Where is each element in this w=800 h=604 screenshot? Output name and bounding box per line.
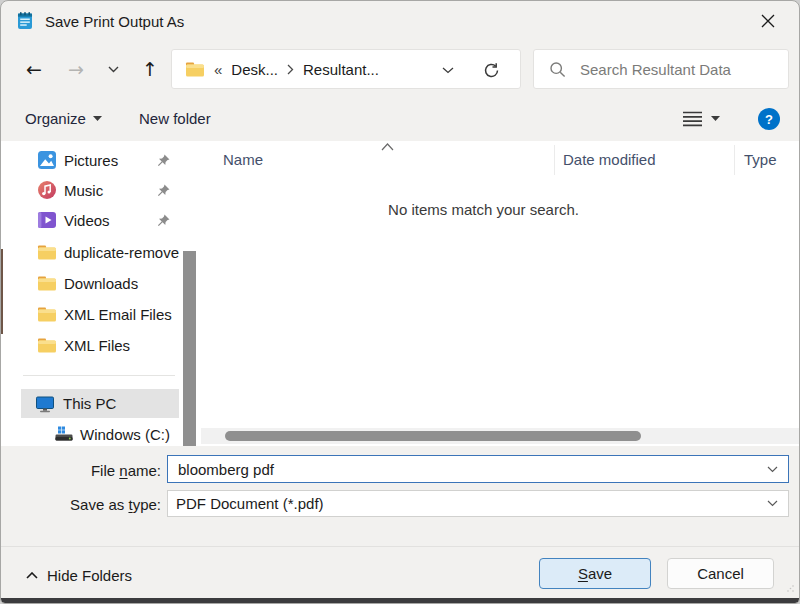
- search-icon: [549, 61, 566, 78]
- refresh-icon: [483, 62, 500, 79]
- hide-folders-button[interactable]: Hide Folders: [26, 567, 132, 584]
- caret-down-icon: [711, 116, 720, 121]
- main-area: Pictures Music: [1, 141, 800, 446]
- organize-label: Organize: [25, 110, 86, 127]
- pin-icon: [157, 214, 170, 227]
- sidebar-vertical-scrollbar[interactable]: [183, 251, 196, 446]
- close-icon: [761, 14, 775, 28]
- sidebar-item-label: Pictures: [64, 152, 118, 169]
- breadcrumb-collapse-indicator[interactable]: «: [214, 61, 222, 78]
- list-view-icon: [683, 111, 702, 127]
- cancel-label: Cancel: [697, 565, 744, 582]
- new-folder-label: New folder: [139, 110, 211, 127]
- music-icon: [37, 180, 57, 200]
- sidebar-item-xml-email-files[interactable]: XML Email Files: [1, 299, 181, 329]
- chevron-up-icon: [26, 572, 38, 579]
- pictures-icon: [37, 150, 57, 170]
- navigation-bar: ← → ↑ « Desk... Re: [1, 41, 799, 97]
- sidebar-item-this-pc[interactable]: This PC: [21, 389, 179, 418]
- sidebar-item-pictures[interactable]: Pictures: [1, 145, 181, 175]
- sidebar-item-label: XML Email Files: [64, 306, 172, 323]
- hide-folders-label: Hide Folders: [47, 567, 132, 584]
- column-header-name[interactable]: Name: [223, 151, 263, 168]
- save-button[interactable]: Save: [539, 558, 651, 589]
- close-button[interactable]: [749, 5, 787, 37]
- file-list-header: Name Date modified Type: [201, 141, 800, 179]
- save-as-type-value: PDF Document (*.pdf): [176, 495, 324, 512]
- drive-icon: [55, 426, 73, 442]
- column-separator[interactable]: [554, 145, 555, 175]
- address-bar[interactable]: « Desk... Resultant...: [171, 49, 521, 89]
- file-name-label: File name:: [1, 462, 161, 479]
- file-name-input[interactable]: [176, 460, 767, 479]
- caret-down-icon: [93, 116, 102, 121]
- window-bottom-edge: [1, 598, 799, 603]
- help-button[interactable]: ?: [758, 108, 780, 130]
- back-button[interactable]: ←: [17, 53, 51, 85]
- this-pc-icon: [35, 395, 55, 413]
- pin-icon: [157, 154, 170, 167]
- footer-bar: Hide Folders Save Cancel: [1, 546, 799, 600]
- search-box: [533, 49, 789, 89]
- change-view-button[interactable]: [683, 97, 720, 140]
- background-window-artifact: [1, 249, 3, 334]
- folder-icon: [37, 275, 57, 292]
- cancel-button[interactable]: Cancel: [667, 558, 774, 589]
- window-title: Save Print Output As: [45, 13, 184, 30]
- file-list-horizontal-scrollbar[interactable]: [201, 428, 800, 444]
- sidebar-item-windows-c[interactable]: Windows (C:): [1, 421, 181, 447]
- chevron-down-icon: [767, 500, 778, 507]
- back-arrow-icon: ←: [26, 60, 42, 79]
- empty-list-message: No items match your search.: [201, 201, 766, 218]
- up-arrow-icon: ↑: [142, 60, 158, 79]
- save-dialog-window: Save Print Output As ← → ↑: [0, 0, 800, 604]
- file-name-combobox: [167, 455, 789, 483]
- folder-icon: [37, 306, 57, 323]
- chevron-down-icon: [108, 66, 119, 73]
- chevron-down-icon: [442, 67, 454, 74]
- videos-icon: [37, 210, 57, 230]
- save-as-type-dropdown[interactable]: PDF Document (*.pdf): [167, 490, 789, 517]
- save-as-type-label: Save as type:: [1, 496, 161, 513]
- notepad-app-icon: [15, 11, 35, 31]
- forward-arrow-icon: →: [68, 60, 84, 79]
- column-separator[interactable]: [734, 145, 735, 175]
- sidebar-item-downloads[interactable]: Downloads: [1, 268, 181, 298]
- up-button[interactable]: ↑: [133, 53, 167, 85]
- folder-icon: [37, 337, 57, 354]
- refresh-button[interactable]: [476, 55, 506, 85]
- scrollbar-thumb[interactable]: [225, 431, 641, 441]
- sidebar-item-label: Windows (C:): [80, 426, 170, 443]
- sidebar-item-duplicate-remove[interactable]: duplicate-remove: [1, 237, 181, 267]
- search-input[interactable]: [578, 60, 772, 79]
- title-bar: Save Print Output As: [1, 1, 799, 41]
- new-folder-button[interactable]: New folder: [139, 97, 211, 140]
- chevron-right-icon: [287, 64, 294, 75]
- sidebar-item-label: duplicate-remove: [64, 244, 179, 261]
- pin-icon: [157, 184, 170, 197]
- address-dropdown-button[interactable]: [434, 58, 462, 82]
- forward-button[interactable]: →: [59, 53, 93, 85]
- sort-ascending-icon: [381, 143, 394, 151]
- sidebar-item-label: Videos: [64, 212, 110, 229]
- column-header-date-modified[interactable]: Date modified: [563, 151, 656, 168]
- command-bar: Organize New folder ?: [1, 97, 799, 142]
- sidebar-item-music[interactable]: Music: [1, 175, 181, 205]
- breadcrumb-item-desktop[interactable]: Desk...: [231, 61, 278, 78]
- sidebar-item-videos[interactable]: Videos: [1, 205, 181, 235]
- resize-grip-icon[interactable]: [787, 585, 794, 592]
- sidebar-separator: [23, 375, 175, 376]
- sidebar-item-label: XML Files: [64, 337, 130, 354]
- sidebar-item-xml-files[interactable]: XML Files: [1, 330, 181, 360]
- sidebar-item-label: Downloads: [64, 275, 138, 292]
- column-header-type[interactable]: Type: [744, 151, 777, 168]
- organize-button[interactable]: Organize: [25, 97, 102, 140]
- folder-icon: [37, 244, 57, 261]
- chevron-down-icon[interactable]: [767, 466, 778, 473]
- folder-icon: [185, 61, 205, 78]
- sidebar-item-label: This PC: [63, 395, 116, 412]
- sidebar-item-label: Music: [64, 182, 103, 199]
- breadcrumb-item-resultant[interactable]: Resultant...: [303, 61, 379, 78]
- recent-locations-button[interactable]: [99, 53, 127, 85]
- help-icon: ?: [765, 112, 773, 127]
